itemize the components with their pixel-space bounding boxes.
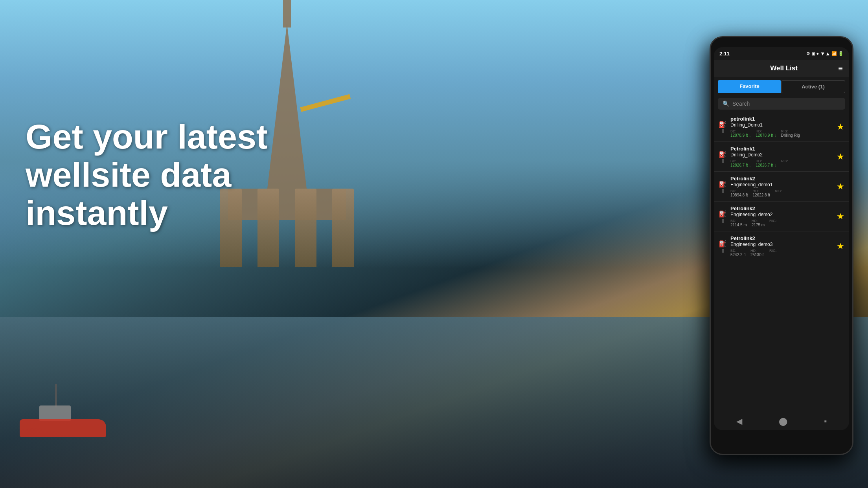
search-icon: 🔍 bbox=[723, 101, 729, 107]
rig-group-4: RIG: bbox=[769, 249, 777, 257]
favorite-star-3[interactable]: ★ bbox=[837, 211, 844, 222]
settings-icon: ⚙ bbox=[806, 51, 810, 56]
well-item[interactable]: ⛽ ||| Petrolink2 Engineering_demo2 BD: 2… bbox=[714, 202, 849, 231]
back-button[interactable]: ◀ bbox=[736, 416, 742, 426]
well-info-2: Petrolink2 Engineering_demo1 BD: 10894.8… bbox=[730, 176, 833, 197]
circle-icon: ● bbox=[817, 51, 819, 56]
well-name-2: Engineering_demo1 bbox=[730, 182, 833, 187]
tugboat bbox=[20, 402, 106, 437]
favorite-star-1[interactable]: ★ bbox=[837, 152, 844, 162]
bars-icon: ||| bbox=[722, 159, 724, 163]
well-details-0: BD: 12878.9 ft ↓ HD: 12878.9 ft ↓ RIG: D… bbox=[730, 129, 833, 138]
bd-value-1: 12826.7 ft ↓ bbox=[730, 163, 751, 167]
hd-group-3: HD: 2175 m bbox=[752, 219, 765, 227]
rig-value-0: Drilling Rig bbox=[781, 133, 800, 138]
home-button[interactable]: ⬤ bbox=[779, 416, 787, 426]
search-bar[interactable]: 🔍 Search bbox=[718, 98, 845, 110]
pump-icon: ⛽ bbox=[719, 180, 726, 188]
hd-value-2: 12622.8 ft bbox=[752, 193, 770, 197]
well-details-4: BD: 5242.2 ft HD: 25130 ft RIG: bbox=[730, 249, 833, 257]
battery2-icon: 🔋 bbox=[838, 51, 844, 56]
bd-label-3: BD: bbox=[730, 219, 747, 223]
app-title: Well List bbox=[730, 64, 838, 72]
bd-value-3: 2114.5 m bbox=[730, 223, 747, 227]
phone-device: 2:11 ⚙ ▣ ● ▼▲ 📶 🔋 Well List ≡ Fa bbox=[711, 37, 852, 454]
hd-group-4: HD: 25130 ft bbox=[750, 249, 765, 257]
pump-icon: ⛽ bbox=[719, 121, 726, 128]
hd-label-1: HD: bbox=[756, 159, 776, 163]
bd-label-4: BD: bbox=[730, 249, 746, 253]
search-placeholder: Search bbox=[732, 101, 750, 107]
well-item[interactable]: ⛽ ||| petrolink1 Drilling_Demo1 BD: 1287… bbox=[714, 112, 849, 142]
hd-value-3: 2175 m bbox=[752, 223, 765, 227]
well-name-4: Engineering_demo3 bbox=[730, 242, 833, 247]
bd-group-3: BD: 2114.5 m bbox=[730, 219, 747, 227]
well-name-1: Drilling_Demo2 bbox=[730, 152, 833, 158]
bars-icon: ||| bbox=[722, 189, 724, 193]
tab-favorite-label: Favorite bbox=[739, 83, 760, 89]
well-name-3: Engineering_demo2 bbox=[730, 212, 833, 217]
well-icon-4: ⛽ ||| bbox=[719, 240, 726, 253]
pump-icon: ⛽ bbox=[719, 150, 726, 158]
headline-text: Get your latest wellsite data instantly bbox=[26, 117, 268, 232]
bd-group-2: BD: 10894.8 ft bbox=[730, 189, 748, 197]
headline: Get your latest wellsite data instantly bbox=[26, 118, 309, 232]
favorite-star-0[interactable]: ★ bbox=[837, 122, 844, 132]
menu-icon[interactable]: ≡ bbox=[838, 64, 843, 73]
well-icon-0: ⛽ ||| bbox=[719, 121, 726, 133]
tab-active[interactable]: Active (1) bbox=[781, 80, 845, 93]
well-info-3: Petrolink2 Engineering_demo2 BD: 2114.5 … bbox=[730, 205, 833, 227]
well-item[interactable]: ⛽ ||| Petrolink1 Drilling_Demo2 BD: 1282… bbox=[714, 142, 849, 172]
rig-group-0: RIG: Drilling Rig bbox=[781, 129, 800, 138]
bd-label-0: BD: bbox=[730, 129, 751, 133]
bd-group-0: BD: 12878.9 ft ↓ bbox=[730, 129, 751, 138]
well-icon-3: ⛽ ||| bbox=[719, 210, 726, 223]
app-header: Well List ≡ bbox=[714, 60, 849, 77]
bars-icon: ||| bbox=[722, 218, 724, 223]
well-company-3: Petrolink2 bbox=[730, 205, 833, 211]
well-info-4: Petrolink2 Engineering_demo3 BD: 5242.2 … bbox=[730, 235, 833, 257]
rig-label-0: RIG: bbox=[781, 129, 800, 133]
status-icons: ⚙ ▣ ● ▼▲ 📶 🔋 bbox=[806, 51, 844, 57]
well-list: ⛽ ||| petrolink1 Drilling_Demo1 BD: 1287… bbox=[714, 112, 849, 261]
rig-group-2: RIG: bbox=[775, 189, 782, 197]
well-info-1: Petrolink1 Drilling_Demo2 BD: 12826.7 ft… bbox=[730, 146, 833, 167]
recent-button[interactable]: ▪ bbox=[824, 417, 827, 426]
well-item[interactable]: ⛽ ||| Petrolink2 Engineering_demo3 BD: 5… bbox=[714, 231, 849, 261]
bd-value-2: 10894.8 ft bbox=[730, 193, 748, 197]
crane-arm bbox=[300, 94, 351, 112]
favorite-star-4[interactable]: ★ bbox=[837, 241, 844, 251]
hd-group-2: HD: 12622.8 ft bbox=[752, 189, 770, 197]
tugboat-body bbox=[20, 419, 106, 437]
status-bar: 2:11 ⚙ ▣ ● ▼▲ 📶 🔋 bbox=[714, 47, 849, 60]
rig-label-1: RIG: bbox=[781, 159, 789, 163]
well-item[interactable]: ⛽ ||| Petrolink2 Engineering_demo1 BD: 1… bbox=[714, 172, 849, 202]
rig-label-2: RIG: bbox=[775, 189, 782, 193]
well-details-3: BD: 2114.5 m HD: 2175 m RIG: bbox=[730, 219, 833, 227]
well-company-4: Petrolink2 bbox=[730, 235, 833, 241]
status-time: 2:11 bbox=[719, 51, 730, 57]
well-icon-1: ⛽ ||| bbox=[719, 150, 726, 163]
bd-label-2: BD: bbox=[730, 189, 748, 193]
tab-active-label: Active (1) bbox=[802, 84, 825, 90]
well-company-0: petrolink1 bbox=[730, 116, 833, 122]
battery-icon: ▣ bbox=[811, 51, 815, 56]
hd-label-2: HD: bbox=[752, 189, 770, 193]
bars-icon: ||| bbox=[722, 248, 724, 253]
wifi-icon: ▼▲ bbox=[820, 51, 830, 57]
hd-value-0: 12878.9 ft ↓ bbox=[756, 133, 776, 138]
pillar-4 bbox=[332, 189, 354, 267]
bd-group-1: BD: 12826.7 ft ↓ bbox=[730, 159, 751, 167]
well-details-1: BD: 12826.7 ft ↓ HD: 12826.7 ft ↓ RIG: bbox=[730, 159, 833, 167]
tab-favorite[interactable]: Favorite bbox=[718, 80, 781, 93]
well-name-0: Drilling_Demo1 bbox=[730, 122, 833, 128]
well-company-1: Petrolink1 bbox=[730, 146, 833, 152]
favorite-star-2[interactable]: ★ bbox=[837, 182, 844, 192]
well-icon-2: ⛽ ||| bbox=[719, 180, 726, 193]
pump-icon: ⛽ bbox=[719, 210, 726, 218]
well-details-2: BD: 10894.8 ft HD: 12622.8 ft RIG: bbox=[730, 189, 833, 197]
bd-group-4: BD: 5242.2 ft bbox=[730, 249, 746, 257]
well-info-0: petrolink1 Drilling_Demo1 BD: 12878.9 ft… bbox=[730, 116, 833, 138]
rig-label-4: RIG: bbox=[769, 249, 777, 253]
hd-label-0: HD: bbox=[756, 129, 776, 133]
